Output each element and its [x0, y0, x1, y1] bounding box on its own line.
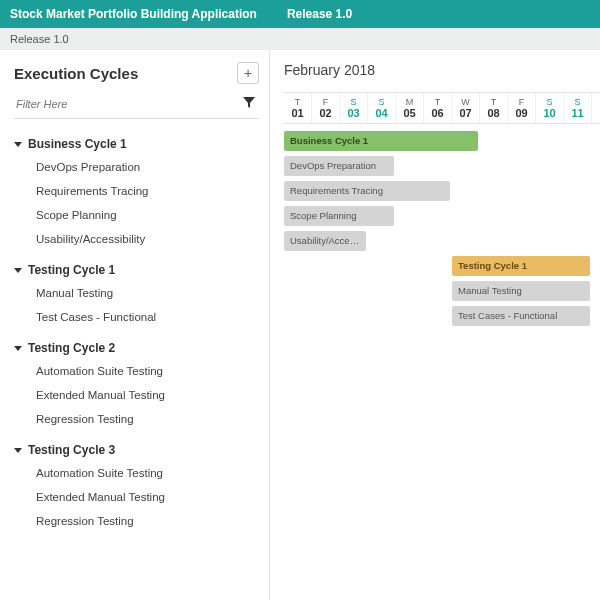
tree-item[interactable]: Requirements Tracing: [36, 179, 259, 203]
gantt-bar[interactable]: Manual Testing: [452, 281, 590, 301]
gantt-bar[interactable]: Test Cases - Functional: [452, 306, 590, 326]
tree-item[interactable]: Regression Testing: [36, 509, 259, 533]
gantt-row: Test Cases - Functional: [284, 305, 600, 327]
tree-item[interactable]: Test Cases - Functional: [36, 305, 259, 329]
gantt-bar[interactable]: Testing Cycle 1: [452, 256, 590, 276]
tree-item[interactable]: Extended Manual Testing: [36, 485, 259, 509]
date-column: T01: [284, 93, 312, 123]
app-title: Stock Market Portfolio Building Applicat…: [10, 7, 257, 21]
tree-group-header[interactable]: Testing Cycle 2: [14, 337, 259, 359]
gantt-row: Requirements Tracing: [284, 180, 600, 202]
date-column: M05: [396, 93, 424, 123]
timeline-month-label: February 2018: [284, 62, 600, 78]
gantt-row: Scope Planning: [284, 205, 600, 227]
tree-group-label: Testing Cycle 1: [28, 263, 115, 277]
tree-group-header[interactable]: Business Cycle 1: [14, 133, 259, 155]
sidebar: Execution Cycles + Business Cycle 1DevOp…: [0, 50, 270, 600]
date-column: W07: [452, 93, 480, 123]
tree-item[interactable]: Usability/Accessibility: [36, 227, 259, 251]
chevron-down-icon: [14, 142, 22, 147]
date-column: S11: [564, 93, 592, 123]
release-label[interactable]: Release 1.0: [287, 7, 352, 21]
tree-group-label: Business Cycle 1: [28, 137, 127, 151]
chevron-down-icon: [14, 346, 22, 351]
date-column: T08: [480, 93, 508, 123]
sidebar-title: Execution Cycles: [14, 65, 138, 82]
tree-item[interactable]: Automation Suite Testing: [36, 461, 259, 485]
date-column: S04: [368, 93, 396, 123]
gantt-row: Business Cycle 1: [284, 130, 600, 152]
filter-icon[interactable]: [239, 97, 259, 112]
gantt-row: DevOps Preparation: [284, 155, 600, 177]
tree-item[interactable]: Automation Suite Testing: [36, 359, 259, 383]
breadcrumb-bar: Release 1.0: [0, 28, 600, 50]
gantt-bar[interactable]: Scope Planning: [284, 206, 394, 226]
gantt-chart: Business Cycle 1DevOps PreparationRequir…: [284, 130, 600, 327]
gantt-row: Usability/Accessi...: [284, 230, 600, 252]
date-header: T01F02S03S04M05T06W07T08F09S10S11: [284, 92, 600, 124]
tree-item[interactable]: Scope Planning: [36, 203, 259, 227]
tree-group-header[interactable]: Testing Cycle 1: [14, 259, 259, 281]
tree-item[interactable]: DevOps Preparation: [36, 155, 259, 179]
add-cycle-button[interactable]: +: [237, 62, 259, 84]
date-column: F09: [508, 93, 536, 123]
tree-group-label: Testing Cycle 2: [28, 341, 115, 355]
tree-item[interactable]: Extended Manual Testing: [36, 383, 259, 407]
gantt-row: Testing Cycle 1: [284, 255, 600, 277]
tree-item[interactable]: Regression Testing: [36, 407, 259, 431]
gantt-bar[interactable]: DevOps Preparation: [284, 156, 394, 176]
plus-icon: +: [244, 65, 252, 81]
date-column: T06: [424, 93, 452, 123]
date-column: S03: [340, 93, 368, 123]
chevron-down-icon: [14, 448, 22, 453]
date-column: F02: [312, 93, 340, 123]
gantt-bar[interactable]: Requirements Tracing: [284, 181, 450, 201]
gantt-bar[interactable]: Business Cycle 1: [284, 131, 478, 151]
date-column: S10: [536, 93, 564, 123]
timeline-panel: February 2018 T01F02S03S04M05T06W07T08F0…: [270, 50, 600, 600]
tree-item[interactable]: Manual Testing: [36, 281, 259, 305]
gantt-bar[interactable]: Usability/Accessi...: [284, 231, 366, 251]
tree-group-label: Testing Cycle 3: [28, 443, 115, 457]
cycle-tree: Business Cycle 1DevOps PreparationRequir…: [14, 133, 259, 533]
tree-group-header[interactable]: Testing Cycle 3: [14, 439, 259, 461]
filter-input[interactable]: [14, 94, 239, 114]
chevron-down-icon: [14, 268, 22, 273]
top-bar: Stock Market Portfolio Building Applicat…: [0, 0, 600, 28]
breadcrumb[interactable]: Release 1.0: [10, 33, 69, 45]
gantt-row: Manual Testing: [284, 280, 600, 302]
